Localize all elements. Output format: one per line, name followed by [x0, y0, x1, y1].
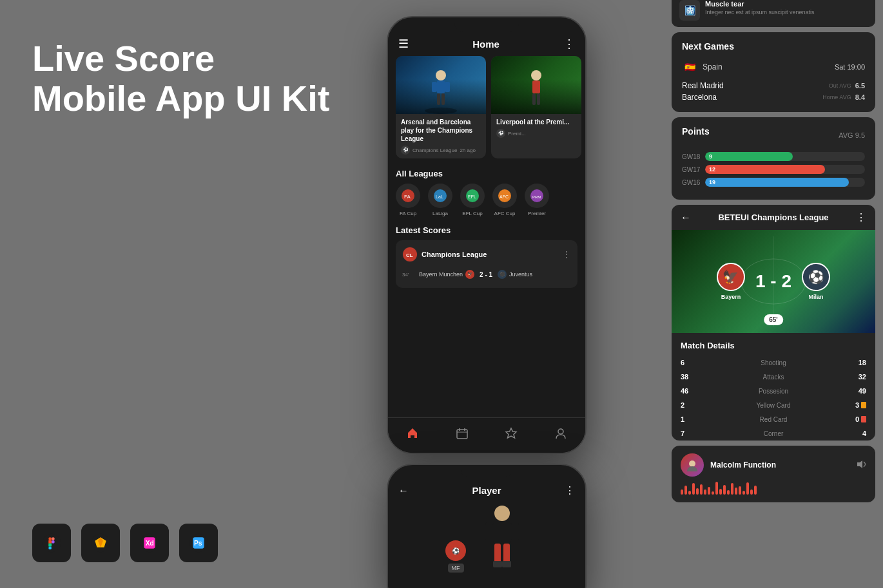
attacks-left: 38 — [681, 373, 700, 381]
gw-row-16: GW16 19 — [682, 178, 865, 187]
premier-logo: PRM — [525, 184, 549, 208]
nav-home[interactable] — [406, 427, 419, 440]
malcolm-sound-icon[interactable] — [856, 459, 866, 471]
teams-table: Real Madrid Out AVG 6.5 Barcelona Home A… — [682, 80, 865, 103]
premier-name: Premier — [528, 211, 546, 216]
more-icon[interactable]: ⋮ — [563, 37, 575, 51]
news-card-img-2 — [491, 56, 581, 114]
svg-text:Xd: Xd — [146, 540, 154, 547]
scores-header: CL Champions League ⋮ — [402, 247, 571, 262]
stat-attacks: 38 Attacks 32 — [672, 370, 875, 384]
phone-header: ☰ Home ⋮ — [388, 32, 585, 56]
audio-bar-18 — [746, 482, 749, 495]
match-more-icon[interactable]: ⋮ — [856, 211, 866, 223]
svg-rect-3 — [48, 540, 52, 544]
svg-marker-43 — [506, 428, 516, 438]
corner-right: 4 — [847, 430, 866, 437]
tool-icons-row: Xd Ps — [32, 524, 218, 562]
league-afc-cup[interactable]: AFC AFC Cup — [492, 184, 517, 216]
svg-rect-4 — [48, 544, 52, 547]
team1-match-name: Bayern — [721, 294, 741, 300]
injury-desc: Integer nec est at ipsum suscipit venena… — [705, 9, 815, 15]
league-label: Spain — [703, 62, 723, 71]
right-panel: 🩻 Muscle tear Integer nec est at ipsum s… — [664, 0, 883, 588]
league-badge-1: ⚽ — [401, 146, 410, 155]
player-more-icon[interactable]: ⋮ — [565, 484, 575, 497]
nav-profile[interactable] — [554, 427, 567, 440]
audio-bar-4 — [692, 483, 695, 495]
fa-cup-name: FA Cup — [400, 211, 416, 216]
corner-left: 7 — [681, 430, 700, 437]
shooting-right: 18 — [847, 359, 866, 366]
news-card-2[interactable]: Liverpool at the Premi... ⚽ Premi... — [491, 56, 581, 158]
red-card-icon — [861, 416, 866, 422]
audio-bar-19 — [750, 489, 753, 495]
fa-cup-logo: FA — [396, 184, 420, 208]
possession-left: 46 — [681, 387, 700, 395]
gw-row-18: GW18 9 — [682, 152, 865, 161]
game-league-left: 🇪🇸 Spain — [682, 59, 723, 75]
svg-text:FA: FA — [404, 194, 411, 200]
nav-favorites[interactable] — [505, 427, 518, 440]
league-efl-cup[interactable]: EFL EFL Cup — [460, 184, 485, 216]
score-row-1[interactable]: 34' Bayern Munchen 🦅 2 - 1 ⚫ Juventus — [402, 267, 571, 281]
figma-icon — [32, 524, 71, 562]
player-back-icon[interactable]: ← — [398, 485, 409, 497]
audio-bar-15 — [735, 488, 737, 495]
svg-text:LaL: LaL — [436, 194, 443, 199]
gw16-label: GW16 — [682, 179, 700, 186]
svg-rect-21 — [437, 93, 440, 105]
gw17-label: GW17 — [682, 166, 700, 173]
news-card-1[interactable]: Arsenal and Barcelona play for the Champ… — [396, 56, 486, 158]
svg-text:CL: CL — [406, 252, 413, 258]
next-games-card: Next Games 🇪🇸 Spain Sat 19:00 Real Madri… — [672, 32, 875, 112]
shooting-left: 6 — [681, 359, 700, 366]
all-leagues-title: All Leagues — [388, 165, 585, 184]
svg-rect-26 — [537, 93, 540, 105]
team1-badge: 🦅 — [465, 270, 474, 279]
laliga-name: LaLiga — [432, 211, 448, 216]
league-fa-cup[interactable]: FA FA Cup — [396, 184, 420, 216]
game-time: Sat 19:00 — [835, 63, 865, 71]
sketch-icon — [81, 524, 120, 562]
team2-badge: ⚫ — [498, 270, 507, 279]
audio-bar-17 — [742, 491, 745, 495]
red-right: 0 — [847, 415, 866, 423]
stat-red-card: 1 Red Card 0 — [672, 412, 875, 426]
svg-point-16 — [425, 108, 457, 114]
nav-calendar[interactable] — [456, 427, 469, 440]
yellow-right: 3 — [847, 401, 866, 409]
malcolm-avatar — [681, 453, 704, 477]
yellow-card-icon — [861, 402, 866, 408]
audio-bar-11 — [719, 489, 722, 495]
svg-marker-56 — [857, 460, 862, 468]
match-back-icon[interactable]: ← — [681, 212, 691, 223]
league-premier[interactable]: PRM Premier — [525, 184, 549, 216]
svg-rect-1 — [48, 537, 52, 540]
svg-rect-52 — [502, 561, 511, 567]
malcolm-header: Malcolm Function — [681, 453, 866, 477]
menu-icon[interactable]: ☰ — [398, 37, 409, 51]
laliga-logo: LaL — [428, 184, 452, 208]
league-laliga[interactable]: LaL LaLiga — [428, 184, 452, 216]
audio-bar-14 — [731, 483, 733, 495]
team2-name: Barcelona — [682, 93, 717, 102]
injury-title: Muscle tear — [705, 0, 815, 8]
svg-rect-51 — [493, 561, 502, 567]
game-league-row: 🇪🇸 Spain Sat 19:00 — [682, 59, 865, 75]
news-card-2-body: Liverpool at the Premi... ⚽ Premi... — [491, 114, 581, 142]
points-title: Points — [682, 126, 710, 137]
points-header: Points AVG 9.5 — [682, 126, 865, 144]
match-time-badge: 65' — [764, 314, 783, 325]
gw16-bar: 19 — [705, 178, 849, 187]
stat-possession: 46 Possesion 49 — [672, 384, 875, 398]
svg-text:EFL: EFL — [468, 194, 476, 199]
scores-more-icon[interactable]: ⋮ — [562, 249, 571, 260]
audio-bar-3 — [688, 491, 691, 495]
hero-title-line2: Mobile App UI Kit — [32, 79, 329, 119]
match-score: 1 - 2 — [755, 271, 791, 292]
news-card-2-meta: ⚽ Premi... — [496, 129, 576, 138]
league-badge-2: ⚽ — [496, 129, 505, 138]
latest-scores-title: Latest Scores — [388, 222, 585, 240]
team1-name: Bayern Munchen — [419, 271, 463, 278]
